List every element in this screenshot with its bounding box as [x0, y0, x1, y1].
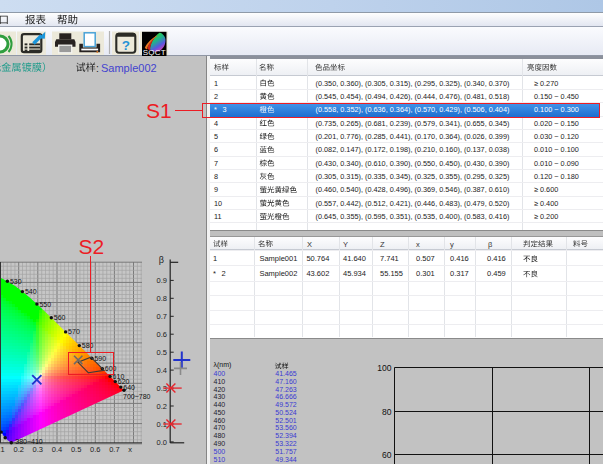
svg-text:0.2: 0.2	[157, 402, 167, 411]
svg-text:0.7: 0.7	[157, 312, 167, 321]
svg-text:0.9: 0.9	[157, 276, 167, 285]
svg-text:640: 640	[123, 384, 135, 391]
svg-text:80: 80	[382, 407, 392, 417]
svg-text:540: 540	[25, 288, 37, 295]
svg-text:β: β	[159, 255, 164, 265]
svg-text:?: ?	[122, 38, 130, 53]
svg-text:0.1: 0.1	[0, 445, 5, 454]
svg-text:0.0: 0.0	[157, 438, 167, 447]
svg-text:580: 580	[82, 342, 94, 349]
svg-text:0.5: 0.5	[157, 348, 167, 357]
svg-text:0.6: 0.6	[157, 330, 167, 339]
svg-text:0.4: 0.4	[157, 366, 167, 375]
svg-text:60: 60	[382, 450, 392, 460]
svg-text:700~780: 700~780	[123, 393, 151, 400]
svg-text:x: x	[128, 445, 132, 454]
svg-text:0.4: 0.4	[52, 445, 62, 454]
svg-text:SQCT: SQCT	[143, 48, 166, 56]
svg-text:570: 570	[68, 328, 80, 335]
svg-text:380~410: 380~410	[15, 438, 43, 445]
svg-text:530: 530	[10, 278, 22, 285]
svg-text:0.7: 0.7	[109, 445, 119, 454]
svg-text:0.8: 0.8	[157, 294, 167, 303]
svg-text:550: 550	[39, 301, 51, 308]
svg-text:0.2: 0.2	[13, 445, 23, 454]
svg-text:0.6: 0.6	[90, 445, 100, 454]
svg-text:560: 560	[54, 314, 66, 321]
svg-text:0.3: 0.3	[33, 445, 43, 454]
svg-text:0.5: 0.5	[71, 445, 81, 454]
svg-text:100: 100	[377, 363, 391, 373]
